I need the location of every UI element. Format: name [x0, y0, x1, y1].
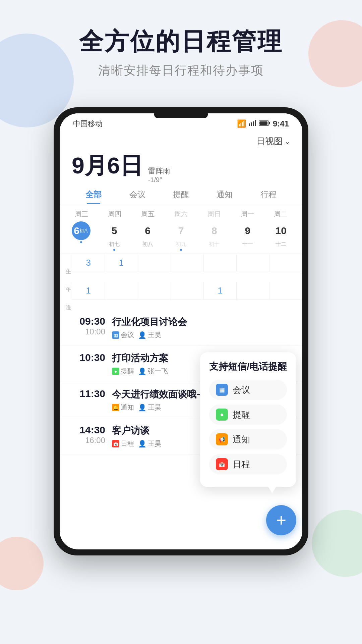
date-num-9: 9 [238, 221, 257, 240]
person-name-2: 张一飞 [148, 367, 168, 376]
event-type-2: ● 提醒 [112, 367, 134, 376]
svg-rect-6 [259, 121, 267, 125]
tooltip-reminder-icon: ● [216, 409, 228, 421]
category-tabs: 全部 会议 提醒 通知 行程 [60, 184, 302, 204]
person-icon-1: 👤 [138, 331, 146, 339]
bg-decoration-green [312, 510, 362, 577]
date-dot-5 [113, 249, 115, 251]
event-time-main-4: 14:30 [79, 424, 105, 436]
date-num-6b: 6 [138, 221, 157, 240]
event-time-col-2: 10:30 [72, 352, 105, 363]
event-person-4: 👤 王昊 [138, 439, 161, 448]
phone-screen: 中国移动 📶 [60, 113, 302, 549]
tab-all[interactable]: 全部 [72, 189, 115, 204]
person-name-4: 王昊 [148, 439, 161, 448]
lunar-10: 十二 [276, 241, 286, 248]
grid-cell-2-6 [236, 282, 269, 300]
grid-cell-1-7 [269, 254, 302, 272]
battery-icon [259, 119, 270, 128]
grid-cell-2-7 [269, 282, 302, 300]
grid-cell-1-5 [203, 254, 236, 272]
svg-rect-2 [253, 121, 254, 126]
tooltip-meeting-icon: ▦ [216, 384, 228, 396]
time-label-evening: 晚上 [60, 291, 72, 310]
event-time-col-1: 09:30 10:00 [72, 316, 105, 336]
event-time-end-1: 10:00 [85, 327, 105, 336]
tooltip-title: 支持短信/电话提醒 [209, 360, 287, 373]
tooltip-schedule-icon: 📅 [216, 458, 228, 470]
time-label-morning: 上午 [60, 255, 72, 273]
person-icon-3: 👤 [138, 404, 146, 412]
tooltip-item-notification[interactable]: 📢 通知 [209, 429, 287, 449]
date-cell-10[interactable]: 10 十二 [265, 221, 297, 251]
event-time-main-1: 09:30 [79, 316, 105, 327]
grid-cell-1-3 [138, 254, 171, 272]
date-num-8: 8 [205, 221, 224, 240]
tab-itinerary[interactable]: 行程 [247, 189, 290, 204]
grid-cell-2-1: 1 [72, 282, 105, 300]
lunar-9: 十一 [242, 241, 253, 248]
week-days-header: 周三 周四 周五 周六 周日 周一 周二 [65, 210, 297, 219]
date-cell-7[interactable]: 7 初九 [165, 221, 197, 251]
tooltip-popup: 支持短信/电话提醒 ▦ 会议 ● 提醒 📢 通知 📅 日程 [200, 352, 296, 487]
event-time-main-2: 10:30 [79, 352, 105, 363]
date-cell-8[interactable]: 8 初十 [198, 221, 230, 251]
svg-rect-5 [269, 122, 270, 124]
grid-cell-1-6 [236, 254, 269, 272]
grid-cell-1-4 [171, 254, 203, 272]
grid-cells: 3 1 1 1 [72, 254, 302, 310]
date-cell-6[interactable]: 6初八 [65, 221, 97, 251]
tab-reminder[interactable]: 提醒 [159, 189, 203, 204]
date-cell-6b[interactable]: 6 初八 [132, 221, 164, 251]
event-item-1[interactable]: 09:30 10:00 行业化项目讨论会 ▦ 会议 👤 王昊 [60, 310, 302, 346]
tooltip-item-reminder[interactable]: ● 提醒 [209, 405, 287, 425]
notification-icon: 🔔 [112, 404, 119, 411]
tooltip-schedule-label: 日程 [233, 459, 250, 470]
weather-name: 雷阵雨 [148, 166, 170, 176]
date-dot-6 [80, 241, 82, 243]
page-header: 全方位的日程管理 清晰安排每日行程和待办事项 [0, 0, 362, 79]
calendar-strip: 周三 周四 周五 周六 周日 周一 周二 6初八 5 [60, 204, 302, 254]
svg-rect-3 [255, 120, 256, 126]
time-labels: 上午 下午 晚上 [60, 254, 72, 310]
person-name-3: 王昊 [148, 403, 161, 412]
status-right: 📶 [237, 119, 289, 128]
tab-notification[interactable]: 通知 [203, 189, 246, 204]
grid-cell-2-3 [138, 282, 171, 300]
fab-add-button[interactable]: + [266, 505, 296, 535]
view-selector[interactable]: 日视图 ⌄ [256, 136, 290, 147]
day-wed: 周三 [65, 210, 98, 219]
date-num-6: 6初八 [72, 221, 90, 240]
svg-rect-1 [251, 122, 252, 126]
tab-meeting[interactable]: 会议 [115, 189, 159, 204]
tooltip-meeting-label: 会议 [233, 384, 250, 396]
week-dates: 6初八 5 初七 6 初八 [65, 221, 297, 251]
schedule-grid: 上午 下午 晚上 3 1 1 [60, 254, 302, 310]
event-type-label-3: 通知 [121, 403, 134, 412]
wifi-icon: 📶 [237, 119, 246, 128]
tooltip-reminder-label: 提醒 [233, 409, 250, 421]
date-header: 9月6日 雷阵雨 -1/9° [60, 147, 302, 184]
bg-decoration-pink2 [0, 537, 44, 590]
event-type-1: ▦ 会议 [112, 330, 134, 339]
weather-info: 雷阵雨 -1/9° [148, 166, 170, 184]
lunar-8: 初十 [209, 241, 220, 248]
signal-icon [249, 119, 256, 128]
event-person-3: 👤 王昊 [138, 403, 161, 412]
top-bar: 日视图 ⌄ [60, 132, 302, 147]
date-cell-9[interactable]: 9 十一 [232, 221, 263, 251]
event-time-end-4: 16:00 [85, 436, 105, 445]
page-subtitle: 清晰安排每日行程和待办事项 [0, 62, 362, 79]
tooltip-item-schedule[interactable]: 📅 日程 [209, 454, 287, 474]
event-time-col-4: 14:30 16:00 [72, 424, 105, 445]
meeting-icon: ▦ [112, 331, 119, 339]
grid-cell-2-4 [171, 282, 203, 300]
date-cell-5[interactable]: 5 初七 [98, 221, 130, 251]
fab-plus-icon: + [276, 510, 286, 530]
person-icon-2: 👤 [138, 367, 146, 375]
svg-rect-0 [249, 123, 250, 126]
tooltip-item-meeting[interactable]: ▦ 会议 [209, 380, 287, 400]
event-title-1: 行业化项目讨论会 [112, 316, 290, 328]
grid-cell-1-1: 3 [72, 254, 105, 272]
lunar-7: 初九 [176, 241, 186, 248]
